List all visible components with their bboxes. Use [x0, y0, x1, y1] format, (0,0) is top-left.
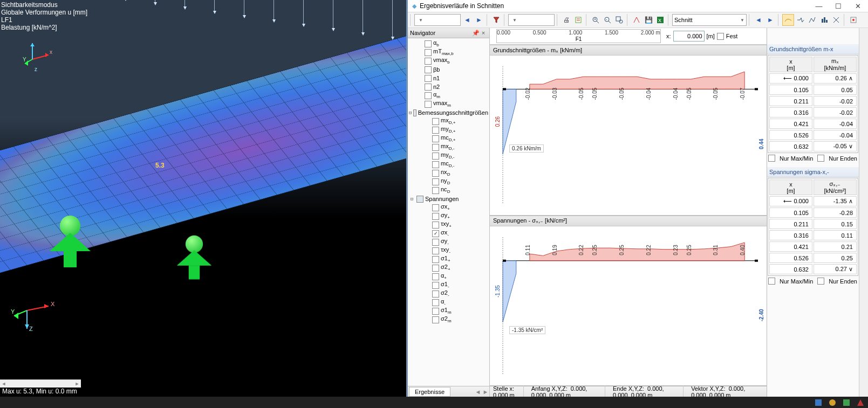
close-button[interactable]: ✕ [850, 1, 866, 11]
tab-scroll-right-icon[interactable]: ► [482, 389, 489, 395]
tree-item[interactable]: σ2- [408, 289, 489, 298]
combo-loadcase[interactable]: ▼ [414, 14, 461, 26]
chart-sigma[interactable]: 0.110.190.220.250.250.220.230.250.310.40… [490, 226, 767, 386]
tree-item[interactable]: βb [408, 65, 489, 74]
tab-scroll-left-icon[interactable]: ◄ [474, 389, 482, 395]
tree-item[interactable]: σ2+ [408, 264, 489, 272]
tree-item[interactable]: τxy- [408, 246, 489, 255]
tree-item[interactable]: α+ [408, 272, 489, 281]
mode-c-icon[interactable] [807, 15, 818, 25]
table-row[interactable]: 0.105-0.28 [769, 208, 857, 218]
mode-e-icon[interactable] [831, 15, 842, 25]
settings-icon[interactable] [848, 15, 859, 25]
tree-item[interactable]: αm [408, 91, 489, 100]
sb-icon-1[interactable] [814, 398, 823, 407]
filter-icon[interactable] [491, 15, 502, 25]
svg-rect-55 [755, 259, 758, 261]
tool-a-icon[interactable] [631, 15, 642, 25]
chart-mx[interactable]: -0.02-0.03-0.05-0.05-0.05-0.04-0.04-0.05… [490, 56, 767, 215]
nav-next-icon[interactable]: ► [474, 15, 484, 25]
table-row[interactable]: 0.2110.15 [769, 219, 857, 229]
table-row[interactable]: 0.526-0.04 [769, 130, 857, 140]
table-row[interactable]: ⟵ 0.0000.26 ∧ [769, 73, 857, 84]
tree-item[interactable]: myD,- [408, 151, 489, 160]
tree-item[interactable]: σy+ [408, 212, 489, 220]
table-row[interactable]: 0.3160.11 [769, 230, 857, 240]
svg-rect-31 [826, 20, 828, 23]
tree-item[interactable]: mTmax,b [408, 48, 489, 57]
side-scrollbar[interactable] [859, 28, 868, 397]
cb-enden-2[interactable] [817, 278, 824, 285]
tree-item[interactable]: mxD,- [408, 143, 489, 151]
tree-item[interactable]: mcD,+ [408, 134, 489, 143]
fest-checkbox[interactable] [717, 33, 724, 40]
table-row[interactable]: 0.1050.05 [769, 85, 857, 95]
mode-smooth-icon[interactable] [782, 14, 794, 26]
tree-item[interactable]: σ1+ [408, 255, 489, 264]
combo-2[interactable]: ▼ [508, 14, 555, 26]
tab-ergebnisse[interactable]: Ergebnisse [409, 387, 450, 397]
axis-triad-bottom: XYZ [11, 294, 59, 337]
sb-icon-2[interactable] [828, 398, 837, 407]
sb-icon-3[interactable] [842, 398, 851, 407]
tree-item[interactable]: vmaxb [408, 57, 489, 65]
cb-maxmin-2[interactable] [768, 278, 775, 285]
tree-item[interactable]: mcD,- [408, 160, 489, 169]
mode-d-icon[interactable] [819, 15, 830, 25]
navigator-close-icon[interactable]: × [480, 30, 487, 36]
maximize-button[interactable]: ☐ [830, 1, 846, 11]
sb-icon-4[interactable] [856, 398, 865, 407]
tree-item[interactable]: σ1m [408, 307, 489, 315]
data-table[interactable]: x[m]σₓ,₋[kN/cm²]⟵ 0.000-1.35 ∧0.105-0.28… [768, 178, 858, 276]
tree-item[interactable]: n1 [408, 74, 489, 82]
zoom-in-icon[interactable]: + [590, 15, 601, 25]
tree-item[interactable]: σx+ [408, 203, 489, 212]
dialog-titlebar[interactable]: ◆ Ergebnisverläufe in Schnitten — ☐ ✕ [408, 0, 868, 12]
data-table[interactable]: x[m]mₓ[kNm/m]⟵ 0.0000.26 ∧0.1050.05 0.21… [768, 55, 858, 153]
tree-item[interactable]: ✓σx- [408, 229, 489, 238]
save-icon[interactable]: 💾 [643, 15, 654, 25]
table-row[interactable]: 0.316-0.02 [769, 107, 857, 117]
combo-section[interactable]: Schnitt▼ [672, 14, 747, 26]
tree-item[interactable]: nxD [408, 169, 489, 177]
tree-item[interactable]: n2 [408, 82, 489, 91]
tree-item[interactable]: α- [408, 298, 489, 307]
mode-b-icon[interactable] [795, 15, 806, 25]
viewport-3d[interactable]: SichtbarkeitsmodusGlobale Verformungen u… [0, 0, 406, 397]
svg-text:0.19: 0.19 [552, 244, 558, 255]
zoom-window-icon[interactable] [614, 15, 625, 25]
table-row[interactable]: 0.211-0.02 [769, 96, 857, 106]
svg-rect-54 [503, 259, 506, 261]
table-row[interactable]: ⟵ 0.000-1.35 ∧ [769, 196, 857, 206]
table-row[interactable]: 0.6320.27 ∨ [769, 264, 857, 274]
table-row[interactable]: 0.4210.21 [769, 241, 857, 252]
tree-item[interactable]: mxD,+ [408, 117, 489, 126]
tree-item[interactable]: myD,+ [408, 126, 489, 134]
table-row[interactable]: 0.421-0.04 [769, 119, 857, 129]
report-icon[interactable] [573, 15, 584, 25]
x-input[interactable] [673, 31, 705, 42]
print-icon[interactable]: 🖨 [561, 15, 572, 25]
navigator-pin-icon[interactable]: 📌 [472, 30, 480, 37]
tree-item[interactable]: ncD [408, 186, 489, 195]
table-row[interactable]: 0.632-0.05 ∨ [769, 141, 857, 151]
tree-item[interactable]: vmaxm [408, 100, 489, 108]
tree-item[interactable]: αb [408, 39, 489, 48]
nav-prev-icon[interactable]: ◄ [462, 15, 473, 25]
tree-item[interactable]: σ1- [408, 281, 489, 289]
tree-item[interactable]: τxy+ [408, 220, 489, 229]
zoom-out-icon[interactable]: - [602, 15, 613, 25]
section-prev-icon[interactable]: ◄ [753, 15, 764, 25]
table-row[interactable]: 0.5260.25 [769, 253, 857, 263]
excel-icon[interactable]: X [655, 15, 666, 25]
tree-item[interactable]: σ2m [408, 315, 489, 324]
navigator-tree[interactable]: αbmTmax,bvmaxbβbn1n2αmvmaxm⊟Bemessungssc… [408, 38, 489, 386]
minimize-button[interactable]: — [811, 1, 827, 11]
cb-enden-1[interactable] [817, 155, 824, 162]
tree-item[interactable]: nyD [408, 177, 489, 186]
tree-group[interactable]: ⊟Spannungen [408, 195, 489, 203]
tree-item[interactable]: σy- [408, 238, 489, 246]
tree-group[interactable]: ⊟Bemessungsschnittgrößen [408, 108, 489, 117]
section-next-icon[interactable]: ► [765, 15, 776, 25]
cb-maxmin-1[interactable] [768, 155, 775, 162]
